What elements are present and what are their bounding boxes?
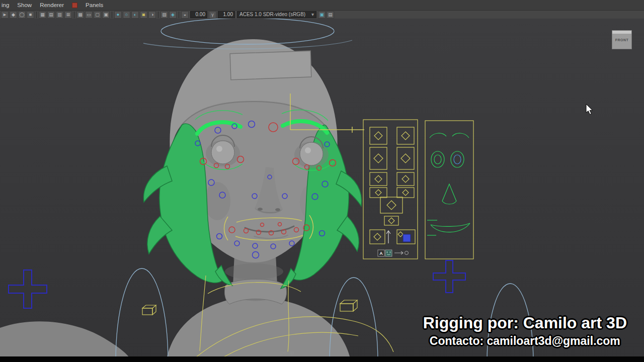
use-lights-icon[interactable]: ◙ <box>140 11 147 19</box>
pane-layout-icon[interactable]: ▦ <box>39 11 46 19</box>
up-arrow-icon[interactable] <box>386 231 390 243</box>
resolution-gate-icon[interactable]: ▢ <box>94 11 101 19</box>
gamma-field[interactable]: 1.00 <box>218 11 235 18</box>
film-gate-icon[interactable]: ▭ <box>85 11 93 19</box>
shaded-sphere-icon[interactable]: ● <box>114 11 122 19</box>
cube-control-right[interactable] <box>340 300 357 311</box>
credit-title: Rigging por: Camilo art 3D <box>423 314 627 332</box>
isolate-select-icon[interactable]: ◈ <box>169 11 177 19</box>
scale-tool-icon[interactable]: ■ <box>27 11 34 19</box>
toolbar-divider <box>74 12 74 18</box>
menu-renderer[interactable]: Renderer <box>40 2 64 8</box>
chevron-down-icon: ▾ <box>311 12 314 18</box>
facial-control-board[interactable]: A <box>363 120 418 259</box>
face-gui-panel[interactable] <box>425 121 473 259</box>
red-plug-icon[interactable] <box>72 3 77 8</box>
cube-control-left[interactable] <box>142 305 156 315</box>
textured-sphere-icon[interactable]: ◐ <box>131 11 139 19</box>
mouse-cursor <box>586 104 593 115</box>
viewport-canvas[interactable]: A <box>0 19 644 362</box>
toolbar-divider <box>112 12 112 18</box>
menu-ing[interactable]: ing <box>2 2 9 8</box>
letterbox-bar <box>0 356 644 362</box>
face-gui-icon[interactable] <box>385 250 392 256</box>
pane-horizontal-icon[interactable]: ▥ <box>56 11 63 19</box>
snapshot-icon[interactable]: ▤ <box>327 11 334 19</box>
menu-show[interactable]: Show <box>17 2 32 8</box>
exposure-field[interactable]: 0.00 <box>190 11 207 18</box>
select-tool-icon[interactable]: ► <box>1 11 9 19</box>
toolbar-divider <box>36 12 37 18</box>
color-management-icon[interactable]: ▣ <box>318 11 326 19</box>
move-tool-icon[interactable]: ◆ <box>10 11 17 19</box>
pane-split-icon[interactable]: ▤ <box>47 11 55 19</box>
menu-panels[interactable]: Panels <box>86 2 103 8</box>
slider-dot-icon[interactable] <box>405 251 409 255</box>
letter-a-glyph: A <box>379 251 383 256</box>
grid-icon[interactable]: ▩ <box>76 11 84 19</box>
credits-overlay: Rigging por: Camilo art 3D Contacto: cam… <box>423 314 627 348</box>
credit-contact: Contacto: camiloart3d@gmail.com <box>423 334 627 348</box>
gate-mask-icon[interactable]: ▣ <box>102 11 110 19</box>
viewport[interactable]: A <box>0 19 644 362</box>
toolbar-divider <box>179 12 179 18</box>
blue-cube-control[interactable] <box>403 234 411 242</box>
exposure-icon[interactable]: ◒ <box>181 11 189 19</box>
pane-quad-icon[interactable]: ⊞ <box>64 11 72 19</box>
plus-control-left[interactable] <box>9 270 47 308</box>
toolbar-icons-right: ▣▤ <box>318 11 334 19</box>
arrow-right-icon[interactable] <box>394 251 403 254</box>
camera-label: persp <box>280 349 294 355</box>
xray-icon[interactable]: ▨ <box>160 11 168 19</box>
shadows-icon[interactable]: ◑ <box>148 11 156 19</box>
wireframe-sphere-icon[interactable]: ○ <box>123 11 130 19</box>
panel-toolbar: ►◆◯■▦▤▥⊞▩▭▢▣●○◐◙◑▨◈◒ 0.00 γ 1.00 ACES 1.… <box>0 11 644 19</box>
gamma-icon[interactable]: γ <box>209 11 216 19</box>
rotate-tool-icon[interactable]: ◯ <box>18 11 26 19</box>
front-view-gizmo[interactable]: FRONT <box>612 30 632 49</box>
beanie-patch <box>230 51 311 80</box>
colorspace-dropdown[interactable]: ACES 1.0 SDR-video (sRGB) ▾ <box>237 11 316 18</box>
panel-menubar: ingShowRendererPanels <box>0 0 644 11</box>
plus-control-right[interactable] <box>433 260 465 293</box>
toolbar-icons-left: ►◆◯■▦▤▥⊞▩▭▢▣●○◐◙◑▨◈◒ <box>1 11 189 19</box>
colorspace-value: ACES 1.0 SDR-video (sRGB) <box>239 12 305 18</box>
front-view-label: FRONT <box>615 38 629 42</box>
menu-items: ingShowRendererPanels <box>0 2 103 8</box>
character-model[interactable] <box>0 39 362 362</box>
toolbar-divider <box>158 12 158 18</box>
